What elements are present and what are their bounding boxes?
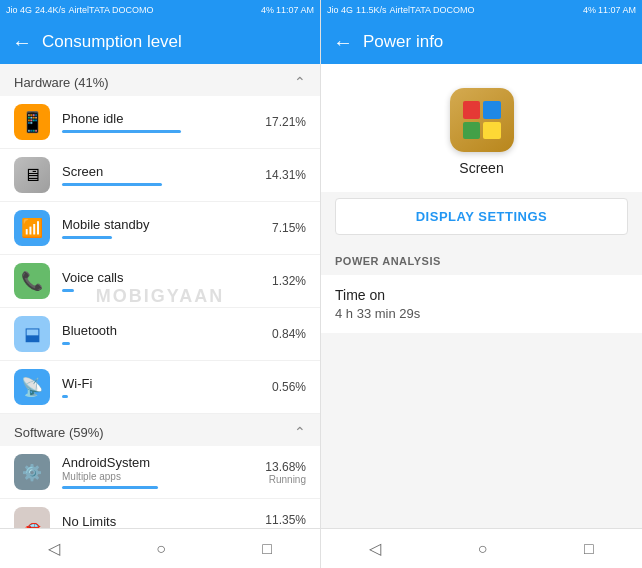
right-carrier2: AirtelTATA DOCOMO: [390, 5, 475, 15]
display-settings-button[interactable]: DISPLAY SETTINGS: [335, 198, 628, 235]
screen-info: Screen: [62, 164, 261, 186]
no-limits-icon: 🚗: [14, 507, 50, 528]
phone-idle-icon: 📱: [14, 104, 50, 140]
left-status-right: 4% 11:07 AM: [261, 5, 314, 15]
left-toolbar-title: Consumption level: [42, 32, 182, 52]
list-item: 📞 Voice calls 1.32%: [0, 255, 320, 308]
mobile-standby-bar: [62, 236, 112, 239]
right-carrier: Jio 4G: [327, 5, 353, 15]
left-nav-back-icon[interactable]: ◁: [48, 539, 60, 558]
right-status-left: Jio 4G 11.5K/s AirtelTATA DOCOMO: [327, 5, 475, 15]
left-panel: Jio 4G 24.4K/s AirtelTATA DOCOMO 4% 11:0…: [0, 0, 321, 568]
bluetooth-bar: [62, 342, 70, 345]
left-content-wrapper: Hardware (41%) ⌃ 📱 Phone idle 17.21% 🖥 S…: [0, 64, 320, 528]
right-battery: 4%: [583, 5, 596, 15]
time-on-value: 4 h 33 min 29s: [335, 306, 628, 321]
time-on-label: Time on: [335, 287, 628, 303]
right-status-right: 4% 11:07 AM: [583, 5, 636, 15]
color-block-blue: [483, 101, 501, 119]
left-battery: 4%: [261, 5, 274, 15]
right-nav-home-icon[interactable]: ○: [478, 540, 488, 558]
no-limits-info: No Limits: [62, 514, 261, 528]
android-system-percent: 13.68%: [261, 460, 306, 474]
android-system-right: 13.68% Running: [261, 460, 306, 485]
left-bottom-nav: ◁ ○ □: [0, 528, 320, 568]
right-speed: 11.5K/s: [356, 5, 387, 15]
right-toolbar-title: Power info: [363, 32, 443, 52]
hardware-section-header: Hardware (41%) ⌃: [0, 64, 320, 96]
right-nav-back-icon[interactable]: ◁: [369, 539, 381, 558]
software-section-header: Software (59%) ⌃: [0, 414, 320, 446]
mobile-standby-percent: 7.15%: [261, 221, 306, 235]
power-analysis-header: POWER ANALYSIS: [321, 241, 642, 275]
right-bottom-nav: ◁ ○ □: [321, 528, 642, 568]
screen-percent: 14.31%: [261, 168, 306, 182]
right-back-button[interactable]: ←: [333, 31, 353, 54]
color-block-green: [463, 122, 481, 140]
android-system-bar: [62, 486, 158, 489]
screen-app-icon: [450, 88, 514, 152]
left-nav-recents-icon[interactable]: □: [262, 540, 272, 558]
wifi-name: Wi-Fi: [62, 376, 261, 391]
power-info-card: Time on 4 h 33 min 29s: [321, 275, 642, 333]
wifi-icon: 📡: [14, 369, 50, 405]
right-time: 11:07 AM: [598, 5, 636, 15]
mobile-standby-name: Mobile standby: [62, 217, 261, 232]
bluetooth-percent: 0.84%: [261, 327, 306, 341]
list-item: 📡 Wi-Fi 0.56%: [0, 361, 320, 414]
screen-icon: 🖥: [14, 157, 50, 193]
screen-app-name: Screen: [459, 160, 503, 176]
no-limits-status: Stopped: [261, 527, 306, 529]
screen-bar: [62, 183, 162, 186]
left-status-bar: Jio 4G 24.4K/s AirtelTATA DOCOMO 4% 11:0…: [0, 0, 320, 20]
left-back-button[interactable]: ←: [12, 31, 32, 54]
mobile-standby-icon: 📶: [14, 210, 50, 246]
mobile-standby-info: Mobile standby: [62, 217, 261, 239]
screen-name: Screen: [62, 164, 261, 179]
power-analysis-title: POWER ANALYSIS: [335, 255, 441, 267]
list-item: 📶 Mobile standby 7.15%: [0, 202, 320, 255]
left-speed: 24.4K/s: [35, 5, 66, 15]
left-content: Hardware (41%) ⌃ 📱 Phone idle 17.21% 🖥 S…: [0, 64, 320, 528]
left-carrier: Jio 4G: [6, 5, 32, 15]
list-item: 📱 Phone idle 17.21%: [0, 96, 320, 149]
right-content: Screen DISPLAY SETTINGS POWER ANALYSIS T…: [321, 64, 642, 528]
phone-idle-bar: [62, 130, 181, 133]
hardware-title: Hardware (41%): [14, 75, 109, 90]
bluetooth-name: Bluetooth: [62, 323, 261, 338]
app-icon-grid: [463, 101, 501, 139]
android-system-info: AndroidSystem Multiple apps: [62, 455, 261, 489]
software-title: Software (59%): [14, 425, 104, 440]
software-chevron-icon[interactable]: ⌃: [294, 424, 306, 440]
voice-calls-info: Voice calls: [62, 270, 261, 292]
left-carrier2: AirtelTATA DOCOMO: [69, 5, 154, 15]
voice-calls-name: Voice calls: [62, 270, 261, 285]
phone-idle-percent: 17.21%: [261, 115, 306, 129]
left-nav-home-icon[interactable]: ○: [156, 540, 166, 558]
right-nav-recents-icon[interactable]: □: [584, 540, 594, 558]
power-icon-container: Screen: [321, 64, 642, 192]
list-item: 🖥 Screen 14.31%: [0, 149, 320, 202]
wifi-bar: [62, 395, 68, 398]
android-system-status: Running: [261, 474, 306, 485]
no-limits-right: 11.35% Stopped: [261, 513, 306, 529]
wifi-percent: 0.56%: [261, 380, 306, 394]
no-limits-name: No Limits: [62, 514, 261, 528]
phone-idle-info: Phone idle: [62, 111, 261, 133]
left-time: 11:07 AM: [276, 5, 314, 15]
voice-calls-bar: [62, 289, 74, 292]
bluetooth-info: Bluetooth: [62, 323, 261, 345]
right-toolbar: ← Power info: [321, 20, 642, 64]
voice-calls-percent: 1.32%: [261, 274, 306, 288]
phone-idle-name: Phone idle: [62, 111, 261, 126]
color-block-yellow: [483, 122, 501, 140]
list-item: ⬓ Bluetooth 0.84%: [0, 308, 320, 361]
bluetooth-icon: ⬓: [14, 316, 50, 352]
android-system-icon: ⚙️: [14, 454, 50, 490]
left-toolbar: ← Consumption level: [0, 20, 320, 64]
voice-calls-icon: 📞: [14, 263, 50, 299]
hardware-chevron-icon[interactable]: ⌃: [294, 74, 306, 90]
list-item: ⚙️ AndroidSystem Multiple apps 13.68% Ru…: [0, 446, 320, 499]
left-status-left: Jio 4G 24.4K/s AirtelTATA DOCOMO: [6, 5, 154, 15]
android-system-sub: Multiple apps: [62, 471, 261, 482]
